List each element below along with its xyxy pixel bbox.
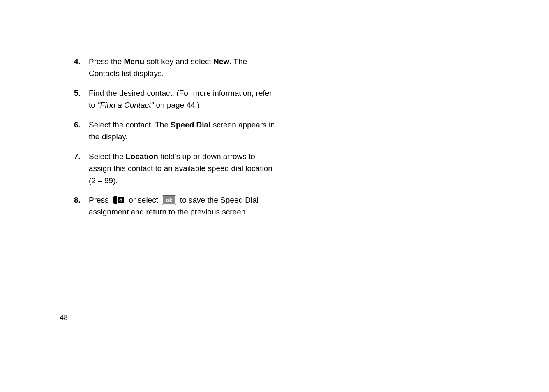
text-run: Select the contact. The <box>89 120 171 129</box>
instruction-step: 6.Select the contact. The Speed Dial scr… <box>74 119 279 143</box>
text-run: "Find a Contact" <box>97 101 154 109</box>
step-number: 7. <box>74 150 89 187</box>
instruction-list: 4.Press the Menu soft key and select New… <box>74 55 279 226</box>
text-run: New <box>213 57 229 66</box>
step-text: Press or select ok to save the Speed Dia… <box>89 194 279 218</box>
step-number: 5. <box>74 87 89 111</box>
step-number: 4. <box>74 55 89 80</box>
instruction-step: 4.Press the Menu soft key and select New… <box>74 55 279 80</box>
step-number: 6. <box>74 119 89 143</box>
page-number: 48 <box>60 314 68 322</box>
instruction-step: 7.Select the Location field's up or down… <box>74 150 279 187</box>
step-text: Select the Location field's up or down a… <box>89 150 279 187</box>
text-run: Select the <box>89 152 126 161</box>
text-run: Speed Dial <box>171 120 210 129</box>
text-run: or select <box>127 196 160 204</box>
text-run: on page 44.) <box>154 101 200 109</box>
center-select-icon <box>113 196 125 205</box>
step-text: Find the desired contact. (For more info… <box>89 87 279 111</box>
text-run: soft key and select <box>144 57 213 66</box>
text-run: Press <box>89 196 111 204</box>
text-run: Press the <box>89 57 124 66</box>
text-run: Menu <box>124 57 145 66</box>
text-run: Location <box>126 152 158 161</box>
instruction-step: 5.Find the desired contact. (For more in… <box>74 87 279 111</box>
instruction-step: 8.Press or select ok to save the Speed D… <box>74 194 279 218</box>
svg-point-2 <box>120 199 121 201</box>
step-text: Press the Menu soft key and select New. … <box>89 55 279 80</box>
ok-icon: ok <box>162 195 176 205</box>
step-number: 8. <box>74 194 89 218</box>
step-text: Select the contact. The Speed Dial scree… <box>89 119 279 143</box>
